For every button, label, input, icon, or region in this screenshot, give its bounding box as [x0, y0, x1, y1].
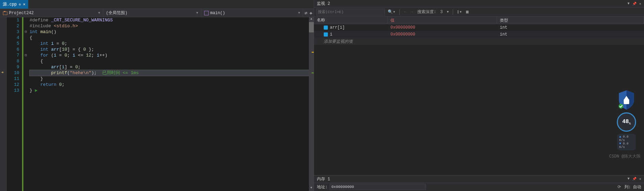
search-icon[interactable]: 🔍▾ [386, 9, 397, 14]
code-line[interactable]: arr[i] = 0; [30, 64, 309, 70]
code-editor[interactable]: ➜ 12345678910111213 ⊟⊟ #define _CRT_SECU… [0, 17, 314, 191]
svg-rect-0 [3, 12, 7, 15]
dropdown-icon[interactable]: ▼ [627, 2, 630, 6]
chevron-down-icon: ▼ [98, 11, 100, 15]
pin-icon[interactable]: ⊕ [19, 2, 21, 7]
file-tab[interactable]: 源.cpp ⊕ ✕ [0, 0, 28, 9]
code-line[interactable]: int i = 0; [30, 41, 309, 47]
tab-filename: 源.cpp [3, 1, 17, 7]
svg-point-5 [619, 104, 623, 109]
code-line[interactable]: #define _CRT_SECURE_NO_WARNINGS [30, 17, 309, 23]
vertical-scrollbar[interactable]: ▲ ▼ [309, 17, 314, 191]
breakpoint-gutter[interactable]: ➜ [0, 17, 7, 191]
col-value[interactable]: 值 [388, 17, 497, 24]
code-line[interactable]: int arr[10] = { 0 }; [30, 47, 309, 52]
function-icon [204, 11, 209, 16]
col-value[interactable]: 自动 [633, 184, 641, 190]
scroll-up-icon[interactable]: ▲ [309, 17, 314, 22]
close-icon[interactable]: ✕ [23, 2, 25, 7]
pin-icon[interactable]: 📌 [632, 2, 636, 6]
svg-rect-1 [4, 11, 6, 12]
addr-input[interactable] [330, 184, 426, 190]
swap-button[interactable]: ⇄ [304, 10, 307, 16]
variable-icon [324, 32, 328, 37]
variable-icon [324, 26, 328, 30]
code-line[interactable]: { [30, 35, 309, 41]
execution-pointer-icon: ➜ [1, 70, 3, 75]
code-line[interactable]: printf("hehe\n"); 已用时间 <= 1ms [30, 70, 309, 76]
svg-rect-3 [624, 99, 629, 104]
pin-icon[interactable]: 📌 [632, 177, 636, 181]
dropdown-icon[interactable]: ▼ [627, 177, 630, 181]
code-line[interactable]: { [30, 58, 309, 64]
watch-panel-title: 监视 2 ▼ 📌 ✕ [314, 0, 644, 8]
addr-label: 地址: [317, 184, 328, 190]
code-line[interactable]: } [30, 76, 309, 82]
system-monitor-widget[interactable]: 48% 0.0 K/s 0.0 K/s [614, 90, 638, 150]
network-speed: 0.0 K/s 0.0 K/s [617, 134, 636, 150]
watch-toolbar: 🔍▾ ← → 搜索深度: 3 ▼ ⫿▾ ▦ [314, 8, 644, 17]
nav-prev-button[interactable]: ← [402, 10, 408, 14]
chevron-down-icon: ▼ [298, 11, 300, 15]
code-line[interactable]: return 0; [30, 82, 309, 88]
breadcrumb-bar: Project242 ▼ (全局范围) ▼ main() ▼ ⇄ ✚ [0, 9, 314, 17]
code-area[interactable]: #define _CRT_SECURE_NO_WARNINGS#include … [28, 17, 309, 191]
watch-empty-area: 48% 0.0 K/s 0.0 K/s CSDN @陈大大陈 [314, 45, 644, 175]
filter-icon[interactable]: ⫿▾ [456, 9, 463, 14]
code-line[interactable]: } ▶ [30, 88, 309, 93]
refresh-icon[interactable]: ⟳ [616, 184, 622, 190]
close-icon[interactable]: ✕ [639, 177, 641, 181]
add-button[interactable]: ✚ [310, 10, 312, 16]
breadcrumb-scope[interactable]: (全局范围) ▼ [103, 9, 201, 17]
watch-table: 名称 值 类型 arr[i]0x00000000inti0x00000000in… [314, 17, 644, 45]
tab-bar: 源.cpp ⊕ ✕ [0, 0, 314, 9]
memory-panel: 内存 1 ▼ 📌 ✕ 地址: ⟳ 列: 自动 [314, 175, 644, 191]
fold-gutter[interactable]: ⊟⊟ [23, 17, 28, 191]
chevron-down-icon: ▼ [196, 11, 198, 15]
depth-value[interactable]: 3 [439, 10, 444, 14]
close-icon[interactable]: ✕ [639, 2, 641, 6]
col-name[interactable]: 名称 [314, 17, 388, 24]
shield-icon [617, 90, 636, 110]
watermark: CSDN @陈大大陈 [609, 153, 641, 159]
line-number-gutter: 12345678910111213 [7, 17, 22, 191]
scrollbar-thumb[interactable] [309, 22, 314, 32]
col-label: 列: [624, 184, 631, 190]
nav-next-button[interactable]: → [409, 10, 414, 14]
add-watch-item[interactable]: 添加要监视的项 [314, 38, 644, 45]
col-type[interactable]: 类型 [497, 17, 644, 24]
search-input[interactable] [316, 9, 385, 16]
code-line[interactable]: #include <stdio.h> [30, 23, 309, 29]
breadcrumb-function[interactable]: main() ▼ [201, 9, 303, 17]
code-line[interactable]: int main() [30, 29, 309, 35]
svg-rect-2 [204, 11, 208, 15]
project-icon [3, 11, 8, 16]
group-icon[interactable]: ▦ [465, 9, 470, 14]
watch-row[interactable]: arr[i]0x00000000int [314, 24, 644, 31]
watch-table-header: 名称 值 类型 [314, 17, 644, 24]
code-line[interactable]: for (i = 0; i <= 12; i++) [30, 52, 309, 58]
chevron-down-icon[interactable]: ▼ [446, 10, 450, 14]
depth-label: 搜索深度: [416, 9, 438, 15]
watch-row[interactable]: i0x00000000int [314, 31, 644, 38]
scroll-down-icon[interactable]: ▼ [309, 186, 314, 191]
breadcrumb-project[interactable]: Project242 ▼ [0, 9, 103, 17]
cpu-gauge: 48% [617, 112, 636, 132]
